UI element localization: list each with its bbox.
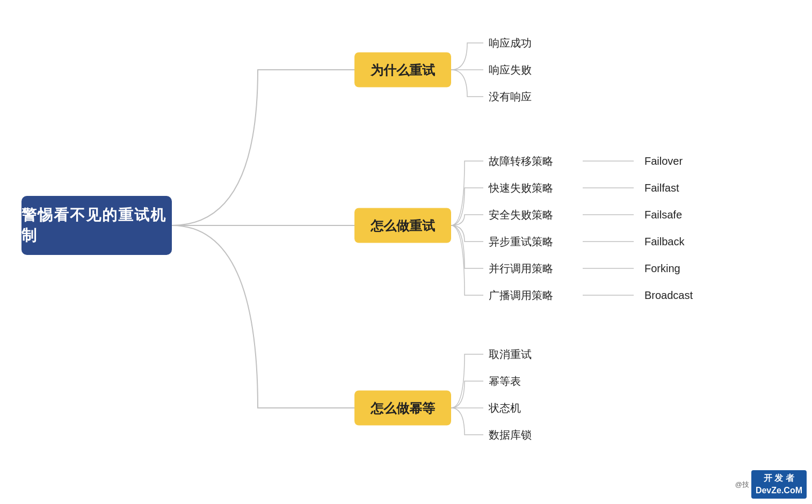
leaf-failover-cn: 故障转移策略 [489,154,553,169]
leaf-fail: 响应失败 [489,63,532,77]
leaf-cancel-retry: 取消重试 [489,347,532,362]
branch-node-why: 为什么重试 [354,53,451,87]
leaf-forking-cn: 并行调用策略 [489,261,553,276]
branch-node-idempotent: 怎么做幂等 [354,391,451,426]
leaf-failback-en: Failback [644,236,684,248]
leaf-failsafe-en: Failsafe [644,209,682,221]
diagram-container: 警惕看不见的重试机制 为什么重试 响应成功 响应失败 没有响应 怎么做重试 故障… [0,0,812,504]
watermark-box: 开 发 者 DevZe.CoM [751,470,807,499]
watermark-line2: DevZe.CoM [756,485,802,496]
leaf-failover-en: Failover [644,155,683,167]
watermark: @技 开 发 者 DevZe.CoM [735,470,807,499]
leaf-failfast-en: Failfast [644,182,679,194]
watermark-line1: 开 发 者 [756,472,802,484]
leaf-idempotent-table: 幂等表 [489,374,521,389]
leaf-forking-en: Forking [644,262,680,275]
branch-how-label: 怎么做重试 [371,217,435,234]
root-node: 警惕看不见的重试机制 [21,196,172,255]
branch-idempotent-label: 怎么做幂等 [371,399,435,417]
leaf-failfast-cn: 快速失败策略 [489,181,553,195]
leaf-failsafe-cn: 安全失败策略 [489,208,553,222]
leaf-failback-cn: 异步重试策略 [489,235,553,249]
branch-node-how: 怎么做重试 [354,208,451,243]
leaf-no-response: 没有响应 [489,90,532,104]
leaf-state-machine: 状态机 [489,401,521,415]
root-label: 警惕看不见的重试机制 [21,205,172,246]
leaf-db-lock: 数据库锁 [489,428,532,442]
leaf-broadcast-en: Broadcast [644,289,693,302]
leaf-broadcast-cn: 广播调用策略 [489,288,553,303]
branch-why-label: 为什么重试 [371,61,435,78]
leaf-success: 响应成功 [489,36,532,50]
watermark-prefix: @技 [735,480,749,490]
